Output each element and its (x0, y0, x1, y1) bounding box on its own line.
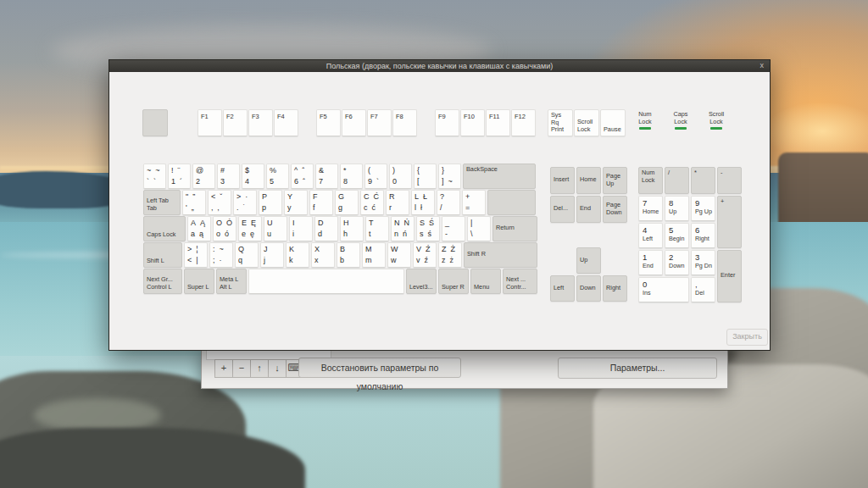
move-layout-up-button[interactable]: ↑ (250, 359, 269, 378)
key-num: NumLock (638, 167, 663, 194)
key-label-line: Super L (187, 284, 212, 291)
close-dialog-button[interactable]: Закрыть (726, 329, 768, 346)
plus-icon: + (221, 363, 226, 373)
key-glyph: Ż (451, 246, 456, 253)
key-glyph: 6 (695, 225, 699, 235)
key-glyph: ˇ (220, 193, 222, 201)
key-glyph: 4 (643, 225, 647, 235)
key-glyph: 7 (319, 178, 323, 186)
key-glyph: . (236, 204, 239, 212)
key-glyph: Up (580, 256, 587, 263)
key-glyph: Begin (669, 235, 684, 242)
key-glyph: " (186, 193, 188, 201)
key-key: _- (442, 216, 465, 241)
key-bottom-line: lł (412, 203, 434, 212)
key-key: / (665, 167, 689, 194)
key-glyph: T (369, 219, 374, 227)
key-glyph: Y (287, 193, 292, 201)
key-bottom-line: k (287, 256, 309, 264)
key-glyph: F10 (464, 113, 484, 120)
key-esc (142, 109, 168, 136)
key-glyph: „ (192, 204, 194, 212)
numpad-digit: 9 (695, 199, 715, 208)
key-label-line: Down (580, 285, 598, 292)
key-glyph: ~ (448, 178, 453, 186)
key-glyph: ~ (155, 167, 159, 175)
key-blank (487, 190, 536, 215)
layout-toolbar: + − ↑ ↓ ⌨ (214, 359, 303, 378)
key-glyph: Up (606, 180, 614, 187)
key-numpad-decimal: ,Del (691, 277, 715, 302)
key-top-line: LŁ (412, 192, 434, 201)
key-glyph: > (236, 193, 241, 201)
key-next: Next ...Contr... (503, 269, 537, 294)
key-label-line: Down (606, 209, 625, 217)
key-glyph: h (343, 230, 348, 238)
key-label-line: * (694, 169, 713, 177)
key-bottom-line: y (285, 203, 307, 212)
key-glyph: Right (606, 284, 620, 291)
key-glyph: Pause (604, 125, 621, 133)
key-label-line: Alt L (220, 284, 244, 291)
key-glyph: + (465, 193, 470, 201)
move-layout-down-button[interactable]: ↓ (268, 359, 287, 378)
key-key: "”'„ (182, 190, 206, 215)
key-page: PageDown (603, 196, 627, 223)
key-bottom-line: h (341, 230, 363, 238)
key-u: Uu (264, 216, 287, 241)
led-indicator-num: NumLock (626, 111, 664, 130)
key-w: Ww (387, 242, 411, 268)
key-glyph: · (245, 193, 248, 201)
key-glyph: Shift R (467, 250, 486, 258)
add-layout-button[interactable]: + (214, 359, 233, 378)
key-bottom-line: 0 (390, 177, 411, 186)
key-glyph: Alt L (220, 283, 232, 291)
key-bottom-line: m (363, 256, 385, 264)
remove-layout-button[interactable]: − (232, 359, 251, 378)
key-glyph: J (264, 246, 268, 253)
numpad-digit: 1 (643, 253, 662, 262)
key-q: Qq (235, 242, 259, 268)
key-glyph: F5 (320, 113, 340, 120)
key-m: Mm (362, 242, 386, 268)
key-glyph: Tab (147, 204, 157, 212)
key-glyph: k (289, 257, 293, 264)
key-label-line: Tab (147, 205, 178, 213)
key-d: Dd (314, 216, 338, 241)
led-bar (639, 127, 651, 130)
options-button[interactable]: Параметры... (558, 358, 717, 379)
key-label-line: Home (580, 176, 598, 184)
key-numpad-1: 1End (638, 250, 663, 275)
key-glyph: = (465, 204, 470, 212)
key-glyph: F6 (345, 113, 365, 120)
key-top-line: P (259, 192, 281, 201)
key-label-line: Shift L (147, 258, 180, 265)
key-glyph: F2 (226, 113, 247, 120)
key-glyph: o (216, 230, 220, 238)
key-f7: F7 (367, 109, 392, 136)
key-glyph: ^ (294, 167, 298, 175)
numpad-function: Pg Dn (695, 262, 715, 269)
numpad-digit: 6 (695, 226, 715, 235)
key-x: Xx (311, 242, 335, 268)
key-glyph: ( (368, 167, 370, 175)
key-insert: Insert (550, 167, 575, 194)
key-glyph: Ins (643, 289, 651, 297)
key-glyph: End (580, 204, 591, 212)
key-glyph: r (389, 204, 392, 212)
key-del: Del... (550, 196, 575, 223)
key-glyph: 1 (171, 178, 175, 186)
key-glyph: 2 (196, 178, 200, 186)
key-glyph: q (238, 257, 242, 264)
key-glyph: w (391, 257, 397, 264)
key-top-line: EĘ (239, 219, 261, 227)
key-3: #3 (217, 164, 240, 189)
key-glyph: i (292, 230, 294, 238)
key-h: Hh (340, 216, 364, 241)
restore-defaults-button[interactable]: Восстановить параметры по умолчанию (298, 358, 461, 378)
key-glyph: < (187, 257, 192, 264)
key-glyph: - (445, 230, 448, 238)
key-top-line: } (439, 166, 460, 175)
key-level3: Level3... (406, 269, 437, 294)
key-f3: F3 (248, 109, 273, 136)
